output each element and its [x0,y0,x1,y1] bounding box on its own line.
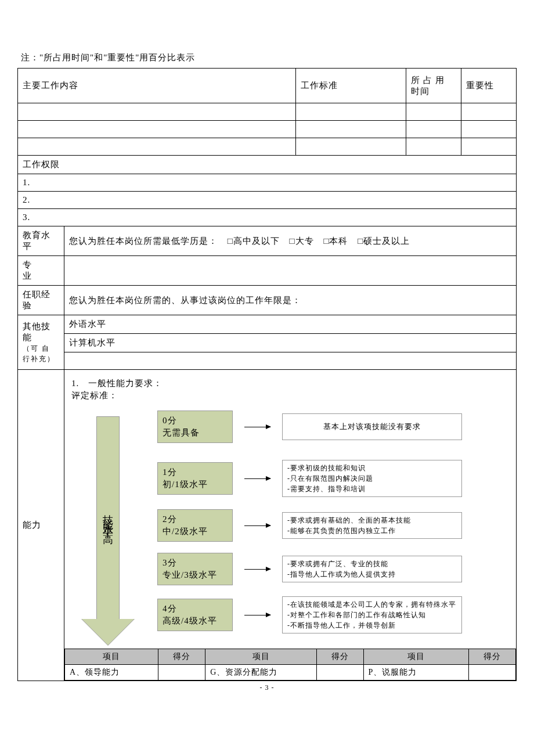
score-header: 得分 [469,649,516,665]
arrow-right-icon [244,615,270,615]
main-table: 主要工作内容 工作标准 所 占 用 时间 重要性 工作权限 1. 2. 3. 教… [17,68,517,681]
page-number: - 3 - [17,683,517,692]
authority-row-3[interactable]: 3. [18,209,517,226]
score-g-value[interactable] [316,665,363,681]
label-experience: 任职经验 [18,286,64,315]
level-box-2: 2分中/2级水平 [157,509,233,542]
arrow-down-icon [82,619,134,645]
level-desc-2: -要求或拥有基础的、全面的基本技能 -能够在其负责的范围内独立工作 [282,512,462,539]
cell[interactable] [18,103,296,121]
score-item-a: A、领导能力 [65,665,158,681]
score-a-value[interactable] [158,665,205,681]
header-authority: 工作权限 [18,156,517,174]
ability-criteria-label: 评定标准： [71,390,510,401]
authority-row-1[interactable]: 1. [18,174,517,192]
header-importance: 重要性 [461,69,517,103]
level-desc-3: -要求或拥有广泛、专业的技能 -指导他人工作或为他人提供支持 [282,556,462,582]
arrow-right-icon [244,569,270,570]
skill-row-1[interactable]: 外语水平 [64,315,517,334]
authority-row-2[interactable]: 2. [18,192,517,209]
edu-opt-2[interactable]: □大专 [290,236,314,246]
skill-row-2[interactable]: 计算机水平 [64,334,517,352]
level-row-2: 2分中/2级水平 -要求或拥有基础的、全面的基本技能 -能够在其负责的范围内独立… [157,509,462,542]
score-table-cell: 项目 得分 项目 得分 项目 得分 A、领导能力 G、资源分配能力 P、说服能力 [64,649,517,681]
edu-opt-3[interactable]: □本科 [323,236,348,246]
label-ability: 能力 [18,370,64,681]
arrow-right-icon [244,478,270,479]
arrow-right-icon [244,427,270,427]
level-desc-0: 基本上对该项技能没有要求 [282,413,462,440]
label-education: 教育水平 [18,226,64,256]
header-time: 所 占 用 时间 [406,69,461,103]
score-p-value[interactable] [469,665,516,681]
level-box-4: 4分高级/4级水平 [157,599,233,631]
level-desc-1: -要求初级的技能和知识 -只在有限范围内解决问题 -需要支持、指导和培训 [282,460,462,497]
header-standard: 工作标准 [296,69,406,103]
cell[interactable] [18,138,296,156]
score-header: 得分 [158,649,205,665]
edu-prompt: 您认为胜任本岗位所需最低学历是： [69,236,218,246]
ability-diagram-cell: 1. 一般性能力要求： 评定标准： 技能水平高 0分无需具备 基本上对该项技能没… [64,370,517,649]
skill-arrow: 技能水平高 [88,416,128,643]
ability-section-title: 1. 一般性能力要求： [71,378,510,389]
edu-cell[interactable]: 您认为胜任本岗位所需最低学历是： □高中及以下 □大专 □本科 □硕士及以上 [64,226,517,256]
label-major: 专 业 [18,256,64,286]
score-header: 项目 [363,649,469,665]
score-item-g: G、资源分配能力 [205,665,317,681]
level-row-4: 4分高级/4级水平 -在该技能领域是本公司工人的专家，拥有特殊水平 -对整个工作… [157,596,462,633]
score-header: 项目 [205,649,317,665]
score-header: 项目 [65,649,158,665]
exp-cell[interactable]: 您认为胜任本岗位所需的、从事过该岗位的工作年限是： [64,286,517,315]
level-row-1: 1分初/1级水平 -要求初级的技能和知识 -只在有限范围内解决问题 -需要支持、… [157,460,462,497]
level-box-1: 1分初/1级水平 [157,462,233,495]
skill-row-3[interactable] [64,352,517,370]
level-box-0: 0分无需具备 [157,411,233,443]
level-box-3: 3分专业/3级水平 [157,553,233,585]
score-table: 项目 得分 项目 得分 项目 得分 A、领导能力 G、资源分配能力 P、说服能力 [64,649,516,681]
note-text: 注："所占用时间"和"重要性"用百分比表示 [21,52,517,63]
cell[interactable] [18,121,296,138]
score-header: 得分 [316,649,363,665]
edu-opt-4[interactable]: □硕士及以上 [358,236,410,246]
arrow-right-icon [244,525,270,526]
label-other-skills: 其他技能 （可 自 行补充） [18,315,64,370]
edu-opt-1[interactable]: □高中及以下 [228,236,280,246]
major-cell[interactable] [64,256,517,286]
header-content: 主要工作内容 [18,69,296,103]
level-row-0: 0分无需具备 基本上对该项技能没有要求 [157,411,462,443]
ability-diagram: 1. 一般性能力要求： 评定标准： 技能水平高 0分无需具备 基本上对该项技能没… [64,370,516,649]
level-desc-4: -在该技能领域是本公司工人的专家，拥有特殊水平 -对整个工作和各部门的工作有战略… [282,596,462,633]
score-item-p: P、说服能力 [363,665,469,681]
arrow-label: 技能水平高 [101,506,115,530]
level-row-3: 3分专业/3级水平 -要求或拥有广泛、专业的技能 -指导他人工作或为他人提供支持 [157,553,462,585]
